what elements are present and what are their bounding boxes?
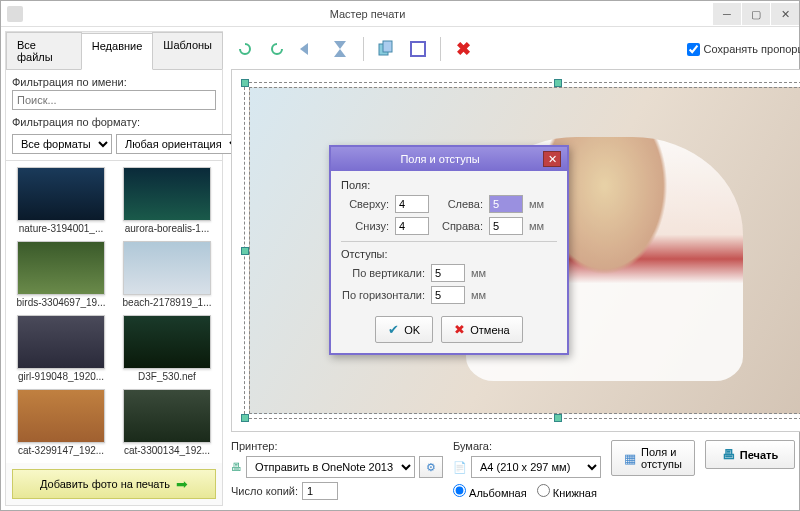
unit-label: мм bbox=[471, 267, 486, 279]
printer-select[interactable]: Отправить в OneNote 2013 bbox=[246, 456, 415, 478]
sidebar-filters: Фильтрация по имени: Фильтрация по форма… bbox=[6, 69, 222, 160]
toolbar: ✖ Сохранять пропорции фотографий bbox=[227, 31, 800, 67]
format-select[interactable]: Все форматы bbox=[12, 134, 112, 154]
thumb-item[interactable]: girl-919048_1920... bbox=[12, 315, 110, 383]
thumbnail-grid: nature-3194001_... aurora-borealis-1... … bbox=[6, 160, 222, 463]
svg-rect-2 bbox=[411, 42, 425, 56]
paper-label: Бумага: bbox=[453, 440, 601, 452]
filter-name-label: Фильтрация по имени: bbox=[12, 76, 216, 88]
delete-button[interactable]: ✖ bbox=[451, 37, 475, 61]
unit-label: мм bbox=[529, 198, 544, 210]
orientation-select[interactable]: Любая ориентация bbox=[116, 134, 243, 154]
hgap-label: По горизонтали: bbox=[341, 289, 425, 301]
paper-select[interactable]: A4 (210 x 297 мм) bbox=[471, 456, 601, 478]
flip-vertical-button[interactable] bbox=[329, 37, 353, 61]
margins-icon: ▦ bbox=[624, 451, 636, 466]
paper-icon: 📄 bbox=[453, 461, 467, 474]
titlebar: Мастер печати ─ ▢ ✕ bbox=[1, 1, 799, 27]
bottom-bar: Принтер: 🖶 Отправить в OneNote 2013 ⚙ Чи… bbox=[227, 434, 800, 506]
cancel-icon: ✖ bbox=[454, 322, 465, 337]
search-input[interactable] bbox=[12, 90, 216, 110]
thumb-item[interactable]: cat-3299147_192... bbox=[12, 389, 110, 457]
rotate-left-button[interactable] bbox=[233, 37, 257, 61]
fields-group-label: Поля: bbox=[341, 179, 557, 191]
thumb-item[interactable]: beach-2178919_1... bbox=[118, 241, 216, 309]
copies-label: Число копий: bbox=[231, 485, 298, 497]
horizontal-gap-input[interactable] bbox=[431, 286, 465, 304]
flip-horizontal-button[interactable] bbox=[297, 37, 321, 61]
dialog-title: Поля и отступы bbox=[337, 153, 543, 165]
rotate-right-button[interactable] bbox=[265, 37, 289, 61]
gaps-group-label: Отступы: bbox=[341, 248, 557, 260]
right-label: Справа: bbox=[435, 220, 483, 232]
bottom-margin-input[interactable] bbox=[395, 217, 429, 235]
vgap-label: По вертикали: bbox=[341, 267, 425, 279]
copy-button[interactable] bbox=[374, 37, 398, 61]
print-button[interactable]: 🖶 Печать bbox=[705, 440, 795, 469]
unit-label: мм bbox=[471, 289, 486, 301]
sidebar: Все файлы Недавние Шаблоны Фильтрация по… bbox=[5, 31, 223, 506]
bottom-label: Снизу: bbox=[341, 220, 389, 232]
dialog-titlebar[interactable]: Поля и отступы ✕ bbox=[331, 147, 567, 171]
thumb-item[interactable]: birds-3304697_19... bbox=[12, 241, 110, 309]
check-icon: ✔ bbox=[388, 322, 399, 337]
thumb-item[interactable]: D3F_530.nef bbox=[118, 315, 216, 383]
maximize-button[interactable]: ▢ bbox=[742, 3, 770, 25]
portrait-radio[interactable]: Книжная bbox=[537, 484, 597, 499]
margins-button[interactable]: ▦ Поля и отступы bbox=[611, 440, 695, 476]
top-margin-input[interactable] bbox=[395, 195, 429, 213]
dialog-ok-button[interactable]: ✔ OK bbox=[375, 316, 433, 343]
dialog-close-button[interactable]: ✕ bbox=[543, 151, 561, 167]
tab-templates[interactable]: Шаблоны bbox=[152, 32, 223, 69]
print-icon: 🖶 bbox=[722, 447, 735, 462]
minimize-button[interactable]: ─ bbox=[713, 3, 741, 25]
crop-button[interactable] bbox=[406, 37, 430, 61]
dialog-cancel-button[interactable]: ✖ Отмена bbox=[441, 316, 522, 343]
add-photo-label: Добавить фото на печать bbox=[40, 478, 170, 490]
landscape-radio[interactable]: Альбомная bbox=[453, 484, 527, 499]
margins-dialog: Поля и отступы ✕ Поля: Сверху: Слева: мм… bbox=[329, 145, 569, 355]
tab-recent[interactable]: Недавние bbox=[81, 33, 154, 70]
filter-format-label: Фильтрация по формату: bbox=[12, 116, 216, 128]
top-label: Сверху: bbox=[341, 198, 389, 210]
printer-label: Принтер: bbox=[231, 440, 443, 452]
keep-proportions-checkbox[interactable]: Сохранять пропорции фотографий bbox=[687, 43, 800, 56]
left-margin-input[interactable] bbox=[489, 195, 523, 213]
thumb-item[interactable]: nature-3194001_... bbox=[12, 167, 110, 235]
unit-label: мм bbox=[529, 220, 544, 232]
window-title: Мастер печати bbox=[23, 8, 712, 20]
vertical-gap-input[interactable] bbox=[431, 264, 465, 282]
arrow-right-icon: ➡ bbox=[176, 476, 188, 492]
keep-proportions-input[interactable] bbox=[687, 43, 700, 56]
app-icon bbox=[7, 6, 23, 22]
printer-settings-button[interactable]: ⚙ bbox=[419, 456, 443, 478]
tab-all-files[interactable]: Все файлы bbox=[6, 32, 82, 69]
gear-icon: ⚙ bbox=[426, 461, 436, 474]
close-button[interactable]: ✕ bbox=[771, 3, 799, 25]
svg-rect-1 bbox=[383, 41, 392, 52]
right-margin-input[interactable] bbox=[489, 217, 523, 235]
print-master-window: Мастер печати ─ ▢ ✕ Все файлы Недавние Ш… bbox=[0, 0, 800, 511]
left-label: Слева: bbox=[435, 198, 483, 210]
copies-input[interactable] bbox=[302, 482, 338, 500]
add-photo-button[interactable]: Добавить фото на печать ➡ bbox=[12, 469, 216, 499]
printer-icon: 🖶 bbox=[231, 461, 242, 473]
thumb-item[interactable]: aurora-borealis-1... bbox=[118, 167, 216, 235]
sidebar-tabs: Все файлы Недавние Шаблоны bbox=[6, 32, 222, 69]
thumb-item[interactable]: cat-3300134_192... bbox=[118, 389, 216, 457]
